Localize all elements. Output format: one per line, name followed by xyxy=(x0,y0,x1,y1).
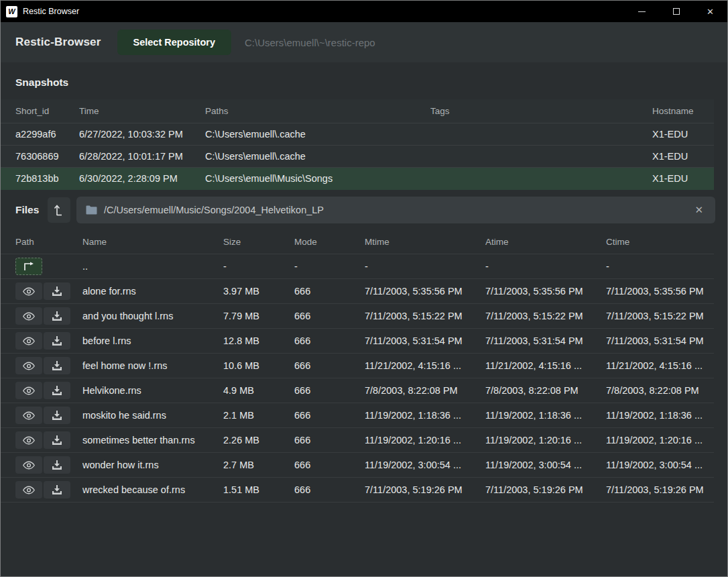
file-size: 2.1 MB xyxy=(223,410,294,421)
files-table-body: alone for.rns 3.97 MB 666 7/11/2003, 5:3… xyxy=(1,278,714,502)
file-mtime: 11/19/2002, 1:18:36 ... xyxy=(365,410,485,421)
snapshot-hostname: X1-EDU xyxy=(652,129,714,140)
file-size: 12.8 MB xyxy=(223,335,294,346)
file-name: Helvikone.rns xyxy=(82,385,223,396)
select-repository-button[interactable]: Select Repository xyxy=(117,30,232,55)
snapshot-row[interactable]: a2299af6 6/27/2022, 10:03:32 PM C:\Users… xyxy=(1,123,714,146)
preview-file-button[interactable] xyxy=(15,481,42,499)
wails-app-icon: W xyxy=(6,6,17,17)
files-table-header: Path Name Size Mode Mtime Atime Ctime xyxy=(1,230,714,254)
file-size: 2.26 MB xyxy=(223,435,294,445)
download-file-button[interactable] xyxy=(44,332,70,350)
column-header-ctime: Ctime xyxy=(606,237,714,247)
go-to-parent-button[interactable] xyxy=(15,258,42,275)
column-header-hostname: Hostname xyxy=(652,106,714,116)
column-header-size: Size xyxy=(223,237,294,247)
column-header-mode: Mode xyxy=(294,237,365,247)
file-mode: - xyxy=(294,261,365,272)
file-atime: 7/11/2003, 5:19:26 PM xyxy=(485,484,606,495)
column-header-atime: Atime xyxy=(485,237,606,247)
download-file-button[interactable] xyxy=(44,357,70,374)
file-ctime: 7/8/2003, 8:22:08 PM xyxy=(606,385,714,396)
snapshot-row[interactable]: 76306869 6/28/2022, 10:01:17 PM C:\Users… xyxy=(1,146,714,168)
file-ctime: 11/21/2002, 4:15:16 ... xyxy=(606,360,714,371)
eye-icon xyxy=(23,461,35,470)
file-ctime: 11/19/2002, 3:00:54 ... xyxy=(606,460,714,470)
level-up-icon xyxy=(54,204,64,216)
maximize-button[interactable] xyxy=(659,1,693,22)
file-ctime: 11/19/2002, 1:20:16 ... xyxy=(606,435,714,445)
current-path: /C/Users/emuell/Music/Songs/2004_Helveti… xyxy=(104,205,692,215)
preview-file-button[interactable] xyxy=(15,332,42,350)
file-name: feel home now !.rns xyxy=(82,360,223,371)
snapshots-table: Short_id Time Paths Tags Hostname a2299a… xyxy=(1,99,727,190)
file-size: 2.7 MB xyxy=(223,460,294,470)
minimize-button[interactable] xyxy=(625,1,659,22)
file-mtime: 11/19/2002, 1:20:16 ... xyxy=(365,435,485,445)
file-mode: 666 xyxy=(294,335,365,346)
parent-dir-row: .. - - - - - xyxy=(1,254,714,278)
files-section-title: Files xyxy=(15,204,48,216)
file-row: wonder how it.rns 2.7 MB 666 11/19/2002,… xyxy=(1,452,714,477)
clear-path-button[interactable]: ✕ xyxy=(692,203,706,217)
file-atime: 7/11/2003, 5:15:22 PM xyxy=(485,311,606,321)
eye-icon xyxy=(23,411,35,420)
eye-icon xyxy=(23,486,35,494)
file-name: wrecked because of.rns xyxy=(82,484,223,495)
close-button[interactable]: ✕ xyxy=(693,1,727,22)
eye-icon xyxy=(23,337,35,346)
file-ctime: 7/11/2003, 5:31:54 PM xyxy=(606,335,714,346)
download-file-button[interactable] xyxy=(44,282,70,300)
snapshot-time: 6/28/2022, 10:01:17 PM xyxy=(79,151,205,162)
path-breadcrumb: /C/Users/emuell/Music/Songs/2004_Helveti… xyxy=(76,197,715,223)
app-header: Restic-Browser Select Repository C:\User… xyxy=(1,22,727,62)
download-icon xyxy=(52,286,62,297)
file-mode: 666 xyxy=(294,385,365,396)
clear-path-icon: ✕ xyxy=(694,204,703,215)
preview-file-button[interactable] xyxy=(15,407,42,424)
file-mtime: 7/8/2003, 8:22:08 PM xyxy=(365,385,485,396)
download-icon xyxy=(52,311,62,321)
download-file-button[interactable] xyxy=(44,407,70,424)
download-icon xyxy=(52,411,62,421)
preview-file-button[interactable] xyxy=(15,382,42,399)
snapshots-table-header: Short_id Time Paths Tags Hostname xyxy=(1,99,714,123)
download-file-button[interactable] xyxy=(44,431,70,449)
preview-file-button[interactable] xyxy=(15,456,42,474)
preview-file-button[interactable] xyxy=(15,431,42,449)
file-name: and you thought l.rns xyxy=(82,311,223,321)
preview-file-button[interactable] xyxy=(15,307,42,325)
file-row: moskito he said.rns 2.1 MB 666 11/19/200… xyxy=(1,403,714,427)
file-atime: 7/11/2003, 5:35:56 PM xyxy=(485,286,606,297)
file-ctime: 7/11/2003, 5:15:22 PM xyxy=(606,311,714,321)
file-atime: 7/11/2003, 5:31:54 PM xyxy=(485,335,606,346)
download-file-button[interactable] xyxy=(44,382,70,399)
preview-file-button[interactable] xyxy=(15,357,42,374)
maximize-icon xyxy=(673,8,680,15)
level-up-button[interactable] xyxy=(48,197,70,223)
download-file-button[interactable] xyxy=(44,481,70,499)
file-row: before l.rns 12.8 MB 666 7/11/2003, 5:31… xyxy=(1,328,714,353)
file-mtime: 7/11/2003, 5:35:56 PM xyxy=(365,286,485,297)
file-mode: 666 xyxy=(294,410,365,421)
file-atime: 11/19/2002, 1:20:16 ... xyxy=(485,435,606,445)
file-mode: 666 xyxy=(294,460,365,470)
eye-icon xyxy=(23,312,35,321)
file-row: alone for.rns 3.97 MB 666 7/11/2003, 5:3… xyxy=(1,278,714,303)
window-controls: ✕ xyxy=(625,1,727,22)
eye-icon xyxy=(23,287,35,296)
app-title: Restic-Browser xyxy=(15,36,101,49)
file-mode: 666 xyxy=(294,484,365,495)
download-icon xyxy=(52,386,62,396)
snapshot-paths: C:\Users\emuell\.cache xyxy=(205,129,430,140)
download-icon xyxy=(52,435,62,445)
file-atime: 11/19/2002, 3:00:54 ... xyxy=(485,460,606,470)
download-file-button[interactable] xyxy=(44,307,70,325)
file-name: sometimes better than.rns xyxy=(82,435,223,445)
snapshot-row[interactable]: 72b813bb 6/30/2022, 2:28:09 PM C:\Users\… xyxy=(1,168,714,190)
file-row: sometimes better than.rns 2.26 MB 666 11… xyxy=(1,427,714,452)
download-file-button[interactable] xyxy=(44,456,70,474)
file-row: feel home now !.rns 10.6 MB 666 11/21/20… xyxy=(1,353,714,378)
titlebar: W Restic Browser ✕ xyxy=(1,1,727,22)
preview-file-button[interactable] xyxy=(15,282,42,300)
